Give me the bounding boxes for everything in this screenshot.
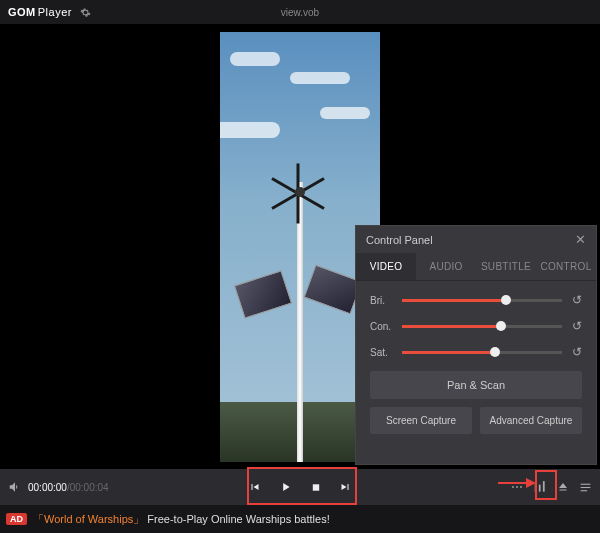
control-panel-body: Bri. ↺ Con. ↺ Sat. ↺ Pan & Scan Screen C… bbox=[356, 281, 596, 444]
volume-icon[interactable] bbox=[8, 480, 22, 494]
svg-rect-5 bbox=[581, 486, 591, 487]
prev-button[interactable] bbox=[249, 481, 261, 493]
playlist-icon[interactable] bbox=[579, 481, 592, 494]
contrast-label: Con. bbox=[370, 321, 398, 332]
svg-rect-6 bbox=[581, 490, 588, 491]
contrast-reset-icon[interactable]: ↺ bbox=[572, 319, 582, 333]
close-icon[interactable]: ✕ bbox=[575, 232, 586, 247]
stop-button[interactable] bbox=[311, 482, 322, 493]
brightness-reset-icon[interactable]: ↺ bbox=[572, 293, 582, 307]
transport-controls bbox=[249, 480, 352, 494]
ad-badge: AD bbox=[6, 513, 27, 525]
svg-rect-4 bbox=[581, 483, 591, 484]
svg-rect-2 bbox=[539, 485, 541, 492]
tab-video[interactable]: VIDEO bbox=[356, 253, 416, 280]
ad-bar[interactable]: AD 「World of Warships」 Free-to-Play Onli… bbox=[0, 505, 600, 533]
title-bar: GOMPlayer view.vob bbox=[0, 0, 600, 24]
control-panel: Control Panel ✕ VIDEO AUDIO SUBTITLE CON… bbox=[355, 225, 597, 465]
eject-icon[interactable] bbox=[557, 481, 569, 493]
next-button[interactable] bbox=[340, 481, 352, 493]
brightness-label: Bri. bbox=[370, 295, 398, 306]
app-logo: GOMPlayer bbox=[8, 6, 72, 18]
logo-gom: GOM bbox=[8, 6, 36, 18]
settings-gear-icon[interactable] bbox=[80, 7, 91, 18]
svg-marker-8 bbox=[526, 478, 536, 488]
contrast-row: Con. ↺ bbox=[370, 319, 582, 333]
screen-capture-button[interactable]: Screen Capture bbox=[370, 407, 472, 434]
svg-rect-3 bbox=[543, 481, 545, 492]
brightness-row: Bri. ↺ bbox=[370, 293, 582, 307]
duration-time: 00:00:04 bbox=[70, 482, 109, 493]
tab-subtitle[interactable]: SUBTITLE bbox=[476, 253, 536, 280]
play-button[interactable] bbox=[279, 480, 293, 494]
control-panel-title: Control Panel bbox=[366, 234, 433, 246]
svg-rect-0 bbox=[313, 484, 319, 490]
saturation-reset-icon[interactable]: ↺ bbox=[572, 345, 582, 359]
filename-label: view.vob bbox=[281, 7, 319, 18]
control-panel-header: Control Panel ✕ bbox=[356, 226, 596, 253]
saturation-label: Sat. bbox=[370, 347, 398, 358]
ad-text: Free-to-Play Online Warships battles! bbox=[147, 513, 329, 525]
advanced-capture-button[interactable]: Advanced Capture bbox=[480, 407, 582, 434]
current-time: 00:00:00 bbox=[28, 482, 67, 493]
annotation-arrow bbox=[498, 476, 536, 490]
contrast-slider[interactable] bbox=[402, 325, 562, 328]
ad-game-name: 「World of Warships」 bbox=[33, 512, 144, 527]
tab-control[interactable]: CONTROL bbox=[536, 253, 596, 280]
pan-scan-button[interactable]: Pan & Scan bbox=[370, 371, 582, 399]
tab-audio[interactable]: AUDIO bbox=[416, 253, 476, 280]
saturation-slider[interactable] bbox=[402, 351, 562, 354]
control-panel-tabs: VIDEO AUDIO SUBTITLE CONTROL bbox=[356, 253, 596, 281]
brightness-slider[interactable] bbox=[402, 299, 562, 302]
saturation-row: Sat. ↺ bbox=[370, 345, 582, 359]
time-display: 00:00:00/00:00:04 bbox=[28, 482, 109, 493]
logo-player: Player bbox=[38, 6, 72, 18]
